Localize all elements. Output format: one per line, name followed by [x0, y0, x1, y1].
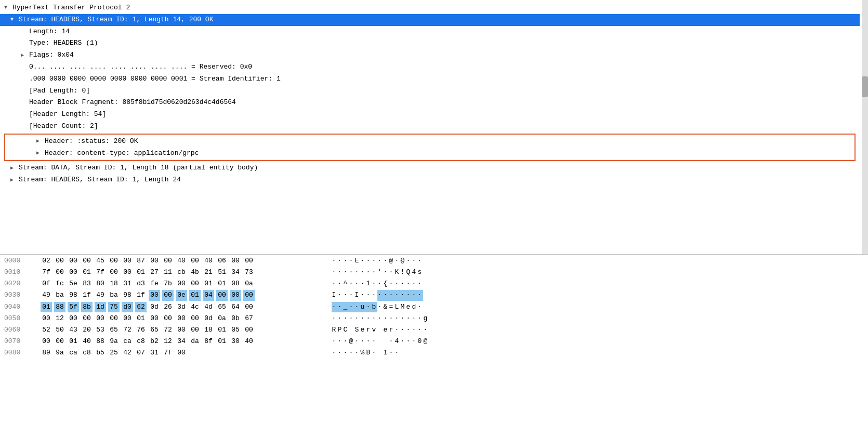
hex-byte: 00: [81, 313, 93, 324]
tree-row-stream-headers2[interactable]: ▶ Stream: HEADERS, Stream ID: 1, Length …: [0, 174, 860, 186]
stream-data-label: Stream: DATA, Stream ID: 1, Length 18 (p…: [19, 163, 258, 174]
hex-byte: 0d: [203, 313, 214, 324]
ascii-char: b: [372, 302, 377, 312]
hex-byte: 30: [230, 336, 241, 347]
hex-byte: 00: [122, 313, 133, 324]
tree-row-root[interactable]: ▼ HyperText Transfer Protocol 2: [0, 2, 860, 14]
tree-row-stream-data[interactable]: ▶ Stream: DATA, Stream ID: 1, Length 18 …: [0, 162, 860, 174]
hex-row-0000[interactable]: 000002000000450000870000400040060000····…: [0, 255, 868, 267]
toggle-stream-headers[interactable]: ▼: [10, 16, 18, 24]
ascii-char: ·: [343, 267, 349, 277]
ascii-char: ·: [406, 313, 412, 324]
hex-byte: 40: [203, 256, 214, 266]
toggle-flags[interactable]: ▶: [21, 51, 28, 60]
hex-offset-0010: 0010: [4, 267, 30, 277]
hex-byte: 00: [243, 256, 255, 266]
hex-byte: 00: [108, 267, 120, 277]
hex-byte: 49: [95, 290, 106, 300]
tree-row-header-count[interactable]: [Header Count: 2]: [0, 121, 860, 133]
toggle-header-status[interactable]: ▶: [36, 137, 44, 146]
ascii-char: ·: [423, 325, 429, 335]
hex-byte: 40: [243, 336, 255, 347]
toggle-root[interactable]: ▼: [4, 4, 11, 12]
hex-byte: 00: [162, 256, 174, 266]
toggle-reserved: [21, 63, 28, 71]
ascii-char: ·: [332, 313, 337, 324]
toggle-stream-headers2[interactable]: ▶: [10, 176, 18, 184]
ascii-char: %: [360, 348, 366, 358]
tree-row-type[interactable]: Type: HEADERS (1): [0, 37, 860, 49]
hex-byte: 01: [203, 279, 214, 289]
ascii-char: r: [389, 325, 394, 335]
length-label: Length: 14: [29, 27, 70, 37]
hex-byte: 64: [230, 302, 241, 312]
hex-byte: 00: [176, 313, 187, 324]
highlighted-headers-box: ▶ Header: :status: 200 OK ▶ Header: cont…: [4, 134, 856, 162]
ascii-char: ·: [389, 279, 394, 289]
hex-row-0060[interactable]: 006052504320536572766572000018010500RPC …: [0, 324, 868, 336]
hex-row-0010[interactable]: 00107f0000017f0000012711cb4b21513473····…: [0, 267, 868, 278]
tree-row-pad-length[interactable]: [Pad Length: 0]: [0, 85, 860, 97]
ascii-char: ·: [383, 313, 389, 324]
ascii-char: ·: [372, 336, 377, 347]
tree-row-header-content-type[interactable]: ▶ Header: content-type: application/grpc: [5, 148, 854, 160]
hex-row-0030[interactable]: 003049ba981f49ba981f00000e0104000000I···…: [0, 289, 868, 301]
reserved-label: 0... .... .... .... .... .... .... .... …: [29, 62, 252, 73]
tree-row-stream-headers[interactable]: ▼ Stream: HEADERS, Stream ID: 1, Length …: [0, 14, 860, 26]
header-status-label: Header: :status: 200 OK: [45, 136, 138, 147]
ascii-char: ·: [389, 336, 394, 347]
hex-byte: 0d: [149, 302, 160, 312]
ascii-char: ·: [417, 290, 423, 300]
hex-bytes-0000: 02000000450000870000400040060000: [41, 256, 321, 266]
hex-ascii-0010: ········'··K!Q4s: [332, 267, 423, 277]
hex-byte: 27: [149, 267, 160, 277]
ascii-char: ·: [360, 279, 366, 289]
tree-row-reserved[interactable]: 0... .... .... .... .... .... .... .... …: [0, 61, 860, 73]
hex-bytes-0010: 7f0000017f0000012711cb4b21513473: [41, 267, 321, 277]
hex-byte: 31: [122, 279, 133, 289]
ascii-char: 4: [412, 267, 417, 277]
tree-scrollbar[interactable]: [862, 0, 868, 254]
tree-row-header-block[interactable]: Header Block Fragment: 885f8b1d75d0620d2…: [0, 97, 860, 109]
hex-byte: 00: [176, 348, 187, 358]
ascii-char: ·: [354, 267, 360, 277]
ascii-char: ·: [337, 267, 343, 277]
toggle-stream-data[interactable]: ▶: [10, 164, 18, 173]
tree-row-length[interactable]: Length: 14: [0, 26, 860, 38]
hex-byte: 62: [135, 302, 147, 312]
hex-row-0040[interactable]: 004001885f8b1d75d0620d263d4c4d656400··_·…: [0, 301, 868, 313]
hex-byte: 01: [68, 336, 79, 347]
hex-row-0070[interactable]: 007000000140889acac8b21234da8f013040···@…: [0, 336, 868, 347]
ascii-char: ·: [337, 256, 343, 266]
tree-row-flags[interactable]: ▶ Flags: 0x04: [0, 49, 860, 61]
hex-row-0050[interactable]: 00500012000000000001000000000d0a0b67····…: [0, 313, 868, 324]
hex-byte: 4b: [189, 267, 201, 277]
tree-scrollbar-thumb[interactable]: [862, 76, 868, 97]
toggle-header-content-type[interactable]: ▶: [36, 149, 44, 157]
hex-row-0080[interactable]: 0080899acac8b5254207317f00·····%B· 1··: [0, 347, 868, 359]
ascii-char: ·: [360, 313, 366, 324]
ascii-char: u: [360, 302, 366, 312]
hex-offset-0050: 0050: [4, 313, 30, 324]
ascii-char: ·: [349, 302, 354, 312]
hex-byte: 00: [95, 313, 106, 324]
hex-byte: 00: [230, 290, 241, 300]
ascii-char: ·: [360, 290, 366, 300]
tree-row-header-length[interactable]: [Header Length: 54]: [0, 109, 860, 121]
hex-byte: 40: [81, 336, 93, 347]
hex-byte: b2: [149, 336, 160, 347]
hex-byte: 00: [68, 256, 79, 266]
ascii-char: ·: [412, 290, 417, 300]
tree-row-stream-id[interactable]: .000 0000 0000 0000 0000 0000 0000 0001 …: [0, 73, 860, 85]
ascii-char: 1: [383, 348, 389, 358]
hex-byte: 0a: [243, 279, 255, 289]
hex-row-0020[interactable]: 00200ffc5e83801831d3fe7b00000101080a··^·…: [0, 278, 868, 289]
hex-byte: 34: [176, 336, 187, 347]
ascii-char: ·: [360, 267, 366, 277]
ascii-char: ·: [337, 279, 343, 289]
ascii-char: ·: [366, 267, 372, 277]
hex-byte: 65: [216, 302, 228, 312]
hex-byte: 76: [135, 325, 147, 335]
hex-byte: 04: [203, 290, 214, 300]
tree-row-header-status[interactable]: ▶ Header: :status: 200 OK: [5, 136, 854, 148]
